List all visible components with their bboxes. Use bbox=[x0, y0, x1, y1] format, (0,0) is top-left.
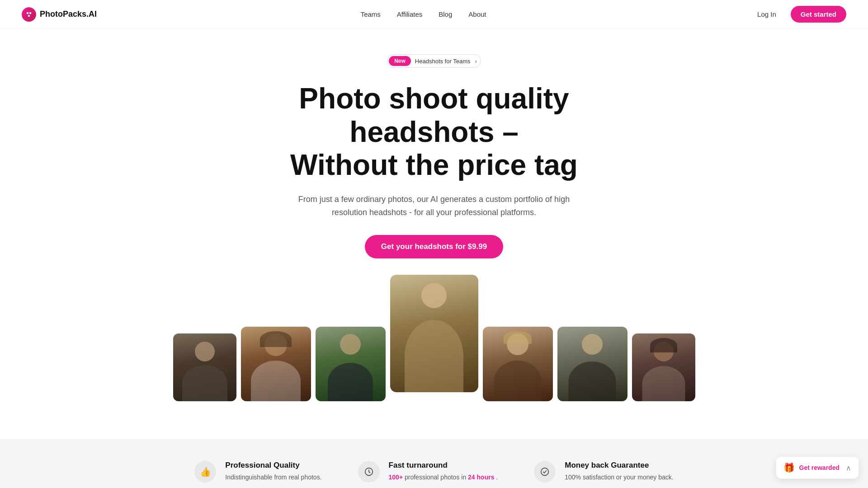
badge-arrow-icon: › bbox=[475, 58, 480, 65]
professional-quality-icon: 👍 bbox=[194, 461, 216, 483]
clock-icon bbox=[364, 467, 374, 477]
gallery-photo-center bbox=[390, 275, 478, 392]
reward-icon: 🎁 bbox=[783, 462, 795, 473]
svg-point-1 bbox=[29, 12, 32, 14]
money-back-desc: 100% satisfaction or your money back. bbox=[565, 473, 673, 482]
checkmark-circle-icon bbox=[540, 467, 550, 477]
fast-turnaround-desc: 100+ professional photos in 24 hours . bbox=[389, 473, 498, 482]
hero-heading: Photo shoot quality headshots – Without … bbox=[253, 82, 615, 182]
photo-gallery bbox=[162, 284, 706, 401]
nav-link-about[interactable]: About bbox=[468, 10, 486, 18]
nav-actions: Log In Get started bbox=[750, 6, 846, 23]
cta-button[interactable]: Get your headshots for $9.99 bbox=[365, 235, 503, 258]
badge-teams-text: Headshots for Teams bbox=[412, 56, 475, 66]
hero-subtext: From just a few ordinary photos, our AI … bbox=[294, 193, 574, 219]
gallery-photo-7 bbox=[632, 333, 695, 401]
gallery-photo-3 bbox=[316, 327, 386, 401]
navbar: PhotoPacks.AI Teams Affiliates Blog Abou… bbox=[0, 0, 868, 29]
svg-point-0 bbox=[27, 12, 29, 14]
highlight-time: 24 hours bbox=[468, 474, 494, 481]
logo-icon bbox=[22, 7, 36, 22]
badge-new-label: New bbox=[389, 56, 411, 66]
gallery-photo-1 bbox=[173, 333, 236, 401]
money-back-title: Money back Guarantee bbox=[565, 461, 673, 470]
features-section: 👍 Professional Quality Indistinguishable… bbox=[0, 439, 868, 488]
highlight-count: 100+ bbox=[389, 474, 403, 481]
reward-widget[interactable]: 🎁 Get rewarded ∧ bbox=[776, 456, 859, 479]
nav-link-blog[interactable]: Blog bbox=[439, 10, 452, 18]
money-back-icon bbox=[534, 461, 556, 483]
nav-link-affiliates[interactable]: Affiliates bbox=[397, 10, 422, 18]
get-started-button[interactable]: Get started bbox=[791, 6, 846, 23]
gallery-photo-2 bbox=[241, 327, 311, 401]
nav-link-teams[interactable]: Teams bbox=[361, 10, 381, 18]
logo[interactable]: PhotoPacks.AI bbox=[22, 7, 97, 22]
gallery-photo-5 bbox=[483, 327, 553, 401]
feature-fast-turnaround: Fast turnaround 100+ professional photos… bbox=[358, 461, 498, 483]
professional-quality-title: Professional Quality bbox=[225, 461, 321, 470]
login-button[interactable]: Log In bbox=[750, 7, 783, 22]
nav-links: Teams Affiliates Blog About bbox=[361, 10, 486, 18]
feature-professional-quality: 👍 Professional Quality Indistinguishable… bbox=[194, 461, 321, 483]
feature-money-back: Money back Guarantee 100% satisfaction o… bbox=[534, 461, 673, 483]
reward-collapse-icon[interactable]: ∧ bbox=[846, 464, 851, 472]
svg-point-4 bbox=[541, 468, 549, 476]
hero-badge[interactable]: New Headshots for Teams › bbox=[387, 54, 481, 68]
fast-turnaround-icon bbox=[358, 461, 380, 483]
svg-point-2 bbox=[28, 14, 30, 17]
hero-section: New Headshots for Teams › Photo shoot qu… bbox=[0, 29, 868, 412]
fast-turnaround-title: Fast turnaround bbox=[389, 461, 498, 470]
gallery-photo-6 bbox=[557, 327, 627, 401]
reward-label: Get rewarded bbox=[799, 464, 840, 471]
professional-quality-desc: Indistinguishable from real photos. bbox=[225, 473, 321, 482]
logo-text: PhotoPacks.AI bbox=[40, 9, 97, 19]
